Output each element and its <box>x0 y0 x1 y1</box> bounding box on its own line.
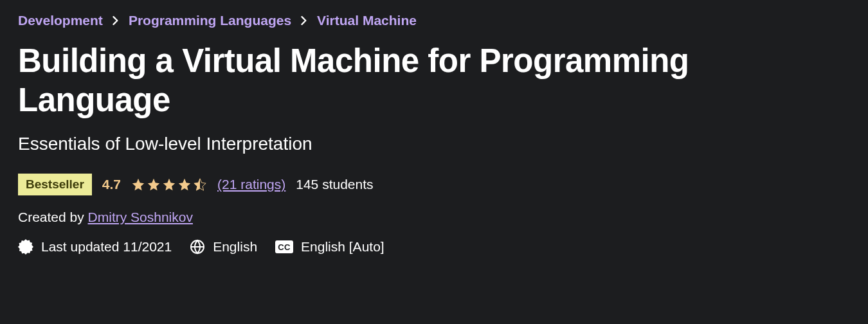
breadcrumb: Development Programming Languages Virtua… <box>18 13 850 28</box>
bestseller-badge: Bestseller <box>18 174 92 195</box>
language-item: English <box>190 239 257 255</box>
last-updated-item: Last updated 11/2021 <box>18 239 172 255</box>
cc-icon: CC <box>275 240 293 253</box>
course-title: Building a Virtual Machine for Programmi… <box>18 41 850 120</box>
created-by-label: Created by <box>18 210 88 224</box>
captions-item: CC English [Auto] <box>275 239 384 255</box>
star-icon <box>131 177 145 192</box>
badge-new-icon <box>18 239 33 255</box>
created-by-row: Created by Dmitry Soshnikov <box>18 210 850 225</box>
rating-value: 4.7 <box>102 177 121 192</box>
chevron-right-icon <box>112 16 120 25</box>
captions-text: English [Auto] <box>301 239 384 255</box>
star-icon <box>162 177 176 192</box>
globe-icon <box>190 239 205 255</box>
author-link[interactable]: Dmitry Soshnikov <box>88 210 193 224</box>
star-rating <box>131 177 207 192</box>
language-text: English <box>213 239 257 255</box>
star-icon <box>147 177 161 192</box>
meta-row: Bestseller 4.7 (21 ratings) 145 students <box>18 174 850 195</box>
star-icon <box>177 177 192 192</box>
breadcrumb-link-virtual-machine[interactable]: Virtual Machine <box>317 13 417 28</box>
breadcrumb-link-programming-languages[interactable]: Programming Languages <box>129 13 291 28</box>
last-updated-text: Last updated 11/2021 <box>41 239 172 255</box>
ratings-link[interactable]: (21 ratings) <box>217 177 285 192</box>
star-half-icon <box>193 177 207 192</box>
chevron-right-icon <box>300 16 308 25</box>
info-row: Last updated 11/2021 English CC English … <box>18 239 850 255</box>
students-count: 145 students <box>296 177 373 192</box>
breadcrumb-link-development[interactable]: Development <box>18 13 103 28</box>
course-subtitle: Essentials of Low-level Interpretation <box>18 134 850 154</box>
